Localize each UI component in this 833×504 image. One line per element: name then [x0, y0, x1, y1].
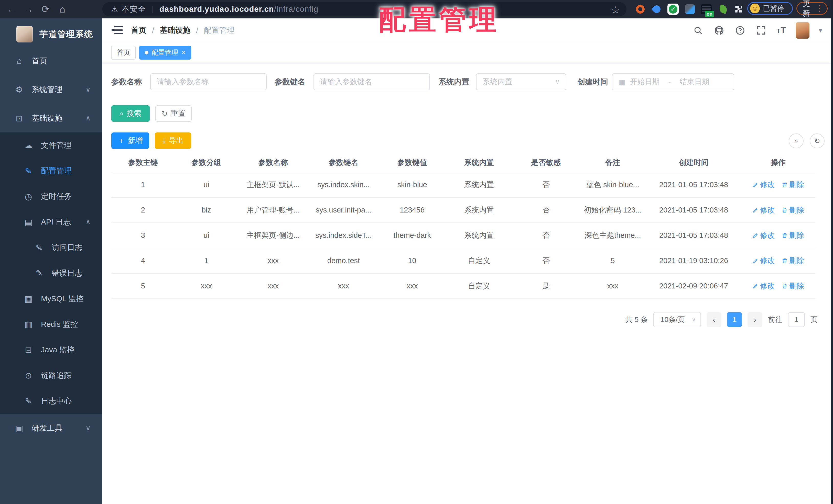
browser-menu-dots-icon[interactable]: ⋮: [816, 4, 824, 13]
tab-home[interactable]: 首页: [111, 46, 136, 59]
table-cell: 自定义: [446, 273, 512, 299]
browser-home-icon[interactable]: ⌂: [54, 0, 71, 19]
app-logo[interactable]: 芋道管理系统: [0, 19, 102, 47]
filter-name-input[interactable]: 请输入参数名称: [150, 73, 267, 90]
sidebar-item-trace[interactable]: ⊙链路追踪: [0, 362, 102, 388]
delete-link[interactable]: 删除: [782, 256, 804, 266]
reset-button-label: 重置: [171, 108, 186, 119]
table-cell: xxx: [238, 248, 308, 273]
sidebar-item-api-log[interactable]: ▤API 日志∧: [0, 209, 102, 235]
sidebar-item-system-mgmt[interactable]: ⚙系统管理∨: [0, 75, 102, 104]
font-size-icon[interactable]: ᴛT: [777, 26, 786, 35]
fullscreen-icon[interactable]: [756, 25, 767, 36]
export-button[interactable]: ⤓ 导出: [155, 132, 191, 149]
date-start-placeholder: 开始日期: [630, 77, 660, 87]
paused-extension-badge[interactable]: ☺ 已暂停: [747, 2, 793, 15]
github-icon[interactable]: [713, 25, 725, 36]
help-icon[interactable]: [735, 25, 746, 36]
home-icon: ⌂: [13, 56, 25, 66]
breadcrumb-infrastructure[interactable]: 基础设施: [160, 25, 190, 35]
breadcrumb-home[interactable]: 首页: [131, 25, 146, 35]
sidebar-item-file-mgmt[interactable]: ☁文件管理: [0, 132, 102, 158]
filter-date-range[interactable]: ▦ 开始日期 - 结束日期: [612, 73, 734, 90]
table-cell: biz: [175, 197, 238, 223]
chevron-up-icon: ∧: [86, 218, 91, 226]
search-button[interactable]: ⌕ 搜索: [111, 105, 150, 122]
table-cell: sys.index.sideT...: [308, 223, 379, 248]
address-bar[interactable]: ⚠ 不安全 | dashboard.yudao.iocoder.cn /infr…: [102, 2, 626, 16]
delete-link[interactable]: 删除: [782, 205, 804, 215]
sidebar-item-home[interactable]: ⌂首页: [0, 47, 102, 75]
table-cell: 否: [513, 223, 579, 248]
table-cell: sys.index.skin...: [308, 172, 379, 197]
extension-check-icon[interactable]: ✓: [667, 3, 679, 15]
tab-close-icon[interactable]: ×: [182, 49, 186, 56]
delete-link[interactable]: 删除: [782, 230, 804, 241]
sidebar-item-label: 配置管理: [41, 166, 72, 176]
bookmark-star-icon[interactable]: ☆: [611, 4, 620, 16]
filter-type-select[interactable]: 系统内置 ∨: [476, 73, 566, 90]
table-cell-actions: 修改删除: [741, 197, 815, 223]
current-page-button[interactable]: 1: [727, 312, 742, 327]
sidebar-item-error-log[interactable]: ✎错误日志: [0, 260, 102, 286]
sidebar-item-label: 日志中心: [41, 396, 72, 406]
sidebar-item-mysql-monitor[interactable]: ▦MySQL 监控: [0, 286, 102, 311]
edit-link[interactable]: 修改: [753, 281, 775, 291]
edit-square-icon: ✎: [23, 166, 34, 176]
refresh-table-button[interactable]: ↻: [810, 133, 825, 148]
filter-type-label: 系统内置: [438, 77, 477, 87]
extensions-puzzle-icon[interactable]: [733, 3, 745, 15]
extension-orange-icon[interactable]: [634, 3, 646, 15]
sidebar-item-scheduled-jobs[interactable]: ◷定时任务: [0, 184, 102, 209]
browser-forward-icon[interactable]: →: [21, 0, 37, 19]
table-cell: 2021-01-19 03:10:26: [646, 248, 741, 273]
table-cell: 主框架页-侧边...: [238, 223, 308, 248]
column-header: 是否敏感: [513, 153, 579, 172]
table-cell: 初始化密码 123...: [579, 197, 646, 223]
edit-link[interactable]: 修改: [753, 256, 775, 266]
delete-link[interactable]: 删除: [782, 180, 804, 190]
filter-key-input[interactable]: 请输入参数键名: [313, 73, 430, 90]
active-dot-icon: [145, 51, 148, 54]
java-icon: ⊟: [23, 345, 34, 355]
next-page-button[interactable]: ›: [747, 312, 762, 327]
sidebar-item-redis-monitor[interactable]: ▥Redis 监控: [0, 311, 102, 337]
extension-blue-icon[interactable]: [684, 3, 696, 15]
extension-leaf-icon[interactable]: [717, 3, 729, 15]
add-button-label: 新增: [128, 135, 143, 146]
user-menu-caret-icon[interactable]: ▼: [817, 26, 824, 34]
add-button[interactable]: ＋ 新增: [111, 132, 149, 149]
reset-button[interactable]: ↻ 重置: [155, 105, 192, 122]
browser-back-icon[interactable]: ←: [4, 0, 20, 19]
edit-link[interactable]: 修改: [753, 180, 775, 190]
column-header: 备注: [579, 153, 646, 172]
table-cell: 10: [379, 248, 446, 273]
tab-config-mgmt[interactable]: 配置管理 ×: [139, 46, 191, 59]
goto-page-input[interactable]: 1: [788, 312, 805, 327]
delete-link[interactable]: 删除: [782, 281, 804, 291]
extension-on-icon[interactable]: on: [700, 3, 712, 15]
sidebar-item-config-mgmt[interactable]: ✎配置管理: [0, 158, 102, 184]
extension-pin-icon[interactable]: [650, 3, 663, 15]
table-cell: 123456: [379, 197, 446, 223]
browser-reload-icon[interactable]: ⟳: [38, 0, 54, 19]
sidebar-item-access-log[interactable]: ✎访问日志: [0, 235, 102, 260]
sidebar-item-java-monitor[interactable]: ⊟Java 监控: [0, 337, 102, 362]
collapse-sidebar-icon[interactable]: [112, 26, 123, 35]
prev-page-button[interactable]: ‹: [707, 312, 721, 327]
sidebar-item-log-center[interactable]: ✎日志中心: [0, 388, 102, 414]
chevron-down-icon: ∨: [555, 78, 560, 85]
search-icon[interactable]: [692, 25, 704, 36]
page-size-select[interactable]: 10条/页 ∨: [653, 312, 701, 327]
filter-name-label: 参数名称: [111, 77, 150, 87]
toggle-search-button[interactable]: ⌕: [789, 133, 804, 148]
sidebar-item-infrastructure[interactable]: ⊡基础设施∧: [0, 104, 102, 132]
on-badge: on: [705, 11, 714, 17]
browser-update-button[interactable]: 更新 ⋮: [796, 2, 828, 15]
user-avatar[interactable]: [795, 22, 809, 39]
edit-link[interactable]: 修改: [753, 230, 775, 241]
filter-key-placeholder: 请输入参数键名: [320, 77, 372, 87]
sidebar-item-dev-tools[interactable]: ▣研发工具∨: [0, 414, 102, 443]
table-cell-actions: 修改删除: [741, 223, 815, 248]
edit-link[interactable]: 修改: [753, 205, 775, 215]
